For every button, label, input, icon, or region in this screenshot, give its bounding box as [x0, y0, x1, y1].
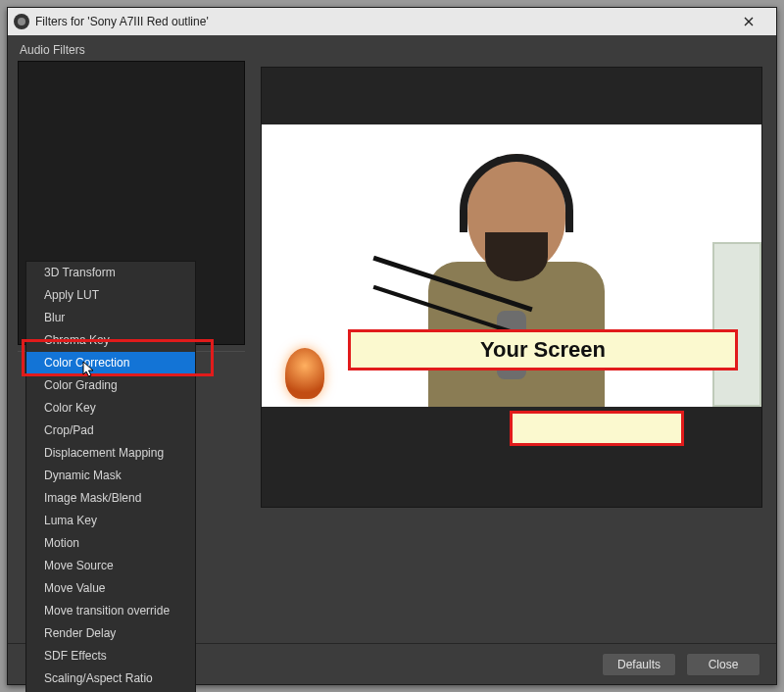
filter-item-move-value[interactable]: Move Value	[26, 577, 195, 600]
filter-item-motion[interactable]: Motion	[26, 532, 195, 555]
add-filter-context-menu[interactable]: 3D TransformApply LUTBlurChroma KeyColor…	[25, 261, 196, 692]
client-area: Audio Filters 3D TransformApply LUTBlu	[8, 35, 776, 684]
filter-item-move-transition-override[interactable]: Move transition override	[26, 600, 195, 622]
filter-item-color-grading[interactable]: Color Grading	[26, 374, 195, 397]
filter-item-displacement-mapping[interactable]: Displacement Mapping	[26, 442, 195, 465]
close-icon	[744, 17, 754, 26]
filter-item-move-source[interactable]: Move Source	[26, 555, 195, 577]
filter-item-luma-key[interactable]: Luma Key	[26, 510, 195, 532]
defaults-button[interactable]: Defaults	[602, 653, 676, 676]
filter-item-color-key[interactable]: Color Key	[26, 397, 195, 420]
small-callout	[510, 411, 684, 446]
filter-item-render-delay[interactable]: Render Delay	[26, 622, 195, 645]
filter-item-blur[interactable]: Blur	[26, 307, 195, 329]
filter-item-scaling-aspect-ratio[interactable]: Scaling/Aspect Ratio	[26, 667, 195, 690]
window-close-button[interactable]	[727, 9, 770, 34]
filter-item-dynamic-mask[interactable]: Dynamic Mask	[26, 465, 195, 487]
filter-item-crop-pad[interactable]: Crop/Pad	[26, 420, 195, 442]
filter-item-sdf-effects[interactable]: SDF Effects	[26, 645, 195, 667]
filter-item-color-correction[interactable]: Color Correction	[26, 352, 195, 374]
filter-item-apply-lut[interactable]: Apply LUT	[26, 284, 195, 307]
filter-item-chroma-key[interactable]: Chroma Key	[26, 329, 195, 352]
titlebar: Filters for 'Sony A7III Red outline'	[8, 8, 776, 35]
your-screen-callout: Your Screen	[348, 329, 738, 371]
svg-point-0	[18, 18, 25, 25]
window-title: Filters for 'Sony A7III Red outline'	[35, 15, 209, 28]
obs-icon	[14, 14, 29, 29]
audio-filters-label: Audio Filters	[18, 43, 245, 57]
filter-item-3d-transform[interactable]: 3D Transform	[26, 262, 195, 284]
filter-item-image-mask-blend[interactable]: Image Mask/Blend	[26, 487, 195, 510]
close-button[interactable]: Close	[686, 653, 760, 676]
filters-window: Filters for 'Sony A7III Red outline' Aud…	[7, 7, 777, 685]
